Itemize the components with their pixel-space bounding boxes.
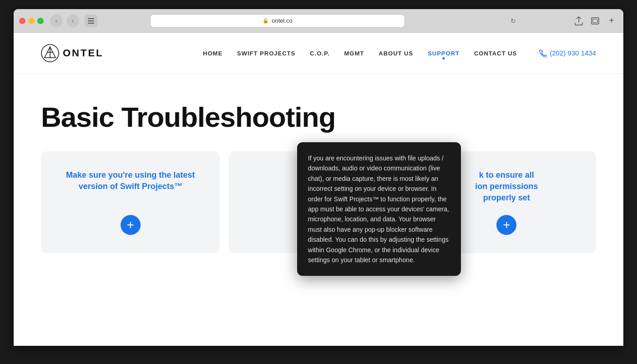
back-button[interactable]: ‹: [50, 15, 63, 27]
phone-number: (202) 930 1434: [550, 49, 596, 57]
nav-cop[interactable]: C.O.P.: [310, 50, 329, 57]
svg-rect-4: [593, 19, 597, 23]
card-2: W... conn... If you are encountering iss…: [229, 151, 408, 253]
svg-rect-2: [88, 23, 94, 24]
browser-titlebar: ‹ › 🔒 ontel.co ↻: [14, 9, 623, 33]
nav-about-us[interactable]: ABOUT US: [379, 50, 413, 57]
logo-text: ONTEL: [63, 47, 104, 59]
nav-home[interactable]: HOME: [203, 50, 222, 57]
refresh-button[interactable]: ↻: [507, 15, 520, 27]
traffic-lights: [19, 18, 44, 24]
logo[interactable]: ONTEL: [41, 44, 104, 62]
website-content: ONTEL HOME SWIFT PROJECTS C.O.P. MGMT AB…: [14, 33, 623, 346]
browser-toolbar-right: +: [572, 15, 618, 27]
browser-window: ‹ › 🔒 ontel.co ↻: [14, 9, 623, 346]
minimize-button[interactable]: [28, 18, 35, 24]
logo-icon: [41, 44, 59, 62]
page-title: Basic Troubleshooting: [41, 101, 596, 133]
card-3-text: k to ensure allion permissionsproperly s…: [475, 170, 538, 204]
address-bar[interactable]: 🔒 ontel.co: [150, 14, 405, 28]
lock-icon: 🔒: [263, 18, 269, 24]
nav-swift-projects[interactable]: SWIFT PROJECTS: [237, 50, 295, 57]
nav-mgmt[interactable]: MGMT: [344, 50, 364, 57]
card-1: Make sure you're using the latest versio…: [41, 151, 220, 253]
nav-contact-us[interactable]: CONTACT US: [474, 50, 517, 57]
card-1-plus-button[interactable]: +: [121, 215, 141, 235]
svg-rect-1: [88, 20, 94, 21]
forward-button[interactable]: ›: [66, 15, 79, 27]
site-navigation: ONTEL HOME SWIFT PROJECTS C.O.P. MGMT AB…: [14, 33, 623, 74]
card-1-text: Make sure you're using the latest versio…: [55, 170, 206, 192]
phone-icon: [539, 49, 547, 57]
share-button[interactable]: [572, 15, 585, 27]
phone-link[interactable]: (202) 930 1434: [539, 49, 596, 57]
hero-section: Basic Troubleshooting: [14, 74, 623, 151]
close-button[interactable]: [19, 18, 25, 24]
tooltip-text: If you are encountering issues with file…: [308, 153, 450, 265]
cards-section: Make sure you're using the latest versio…: [14, 151, 623, 253]
nav-links: HOME SWIFT PROJECTS C.O.P. MGMT ABOUT US…: [203, 49, 596, 57]
svg-rect-0: [88, 18, 94, 19]
card-3-plus-button[interactable]: +: [496, 215, 516, 235]
sidebar-button[interactable]: [85, 15, 97, 27]
maximize-button[interactable]: [37, 18, 44, 24]
new-tab-button[interactable]: +: [605, 15, 618, 27]
tooltip-popover: If you are encountering issues with file…: [297, 142, 461, 276]
fullscreen-button[interactable]: [589, 15, 602, 27]
url-text: ontel.co: [272, 17, 293, 24]
nav-support[interactable]: SUPPORT: [428, 50, 460, 57]
